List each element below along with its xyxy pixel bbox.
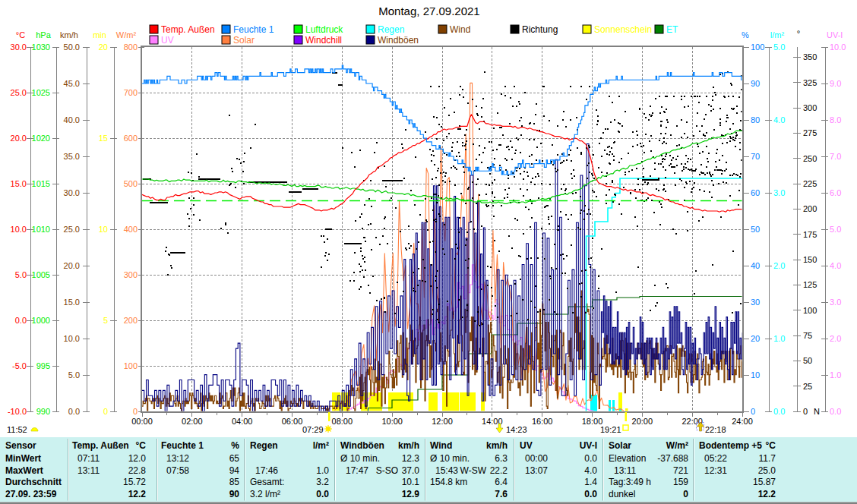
svg-text:1005: 1005 — [32, 270, 50, 279]
svg-text:15: 15 — [99, 134, 108, 143]
svg-text:50.0: 50.0 — [64, 43, 80, 52]
svg-text:Temp. Außen: Temp. Außen — [72, 440, 129, 451]
svg-text:10: 10 — [751, 370, 760, 380]
svg-text:06:00: 06:00 — [282, 417, 303, 426]
svg-text:25.0: 25.0 — [11, 88, 27, 97]
svg-text:2.0: 2.0 — [773, 261, 785, 270]
svg-text:154.8 km: 154.8 km — [430, 477, 467, 487]
svg-text:25.0: 25.0 — [758, 465, 776, 476]
svg-text:400: 400 — [124, 225, 138, 234]
svg-text:14:23: 14:23 — [506, 425, 527, 434]
svg-text:159: 159 — [673, 477, 688, 487]
svg-text:350: 350 — [803, 52, 817, 61]
svg-text:75: 75 — [803, 331, 812, 340]
svg-text:0.0: 0.0 — [584, 489, 597, 499]
svg-text:0: 0 — [133, 407, 138, 416]
svg-text:0.0: 0.0 — [68, 407, 80, 416]
svg-text:275: 275 — [803, 128, 817, 137]
svg-text:150: 150 — [803, 255, 817, 264]
svg-text:6.0: 6.0 — [830, 188, 841, 197]
svg-text:20: 20 — [99, 43, 108, 52]
svg-text:UV: UV — [161, 35, 174, 46]
svg-text:Temp. Außen: Temp. Außen — [161, 24, 215, 35]
svg-text:08:00: 08:00 — [332, 417, 353, 426]
svg-text:175: 175 — [803, 230, 817, 239]
svg-text:10.1: 10.1 — [402, 477, 420, 487]
svg-text:1000: 1000 — [32, 316, 50, 325]
svg-text:60: 60 — [751, 188, 760, 197]
svg-text:km/h: km/h — [60, 30, 78, 39]
svg-text:10.0: 10.0 — [64, 334, 80, 343]
svg-text:km/h: km/h — [398, 440, 419, 451]
svg-text:dunkel: dunkel — [609, 489, 635, 499]
svg-text:24:00: 24:00 — [732, 417, 753, 426]
svg-text:22.8: 22.8 — [128, 465, 147, 476]
svg-text:700: 700 — [124, 88, 138, 97]
svg-text:30.0: 30.0 — [11, 43, 27, 52]
svg-text:12:00: 12:00 — [432, 417, 453, 426]
svg-text:1.4: 1.4 — [584, 477, 597, 487]
svg-text:Windchill: Windchill — [305, 35, 342, 46]
svg-text:300: 300 — [803, 103, 817, 112]
svg-text:15.72: 15.72 — [123, 477, 146, 487]
svg-text:Solar: Solar — [233, 35, 255, 46]
svg-text:200: 200 — [124, 316, 138, 325]
svg-text:50: 50 — [803, 356, 812, 365]
svg-text:W/m²: W/m² — [666, 440, 688, 451]
svg-text:35.0: 35.0 — [64, 152, 80, 161]
svg-text:°C: °C — [766, 440, 776, 451]
svg-text:Richtung: Richtung — [522, 24, 558, 35]
svg-text:500: 500 — [124, 179, 138, 188]
svg-text:-10.0: -10.0 — [8, 407, 27, 416]
svg-text:S-SO: S-SO — [376, 465, 398, 476]
svg-text:02:00: 02:00 — [182, 417, 203, 426]
svg-text:1020: 1020 — [32, 134, 50, 143]
svg-text:%: % — [742, 30, 749, 39]
svg-text:20: 20 — [751, 334, 760, 343]
svg-text:Montag, 27.09.2021: Montag, 27.09.2021 — [378, 5, 479, 17]
svg-text:l/m²: l/m² — [313, 440, 329, 451]
svg-text:600: 600 — [124, 134, 138, 143]
svg-text:25: 25 — [803, 382, 812, 391]
svg-text:90: 90 — [229, 489, 240, 499]
svg-text:5.0: 5.0 — [68, 370, 80, 380]
svg-text:11:52: 11:52 — [7, 425, 27, 434]
svg-text:05:22: 05:22 — [704, 453, 727, 464]
svg-text:1015: 1015 — [32, 179, 50, 188]
svg-text:4.0: 4.0 — [773, 115, 785, 124]
svg-text:5.0: 5.0 — [773, 43, 785, 52]
svg-text:0: 0 — [103, 407, 108, 416]
svg-text:07:29: 07:29 — [302, 425, 324, 434]
svg-text:%: % — [231, 440, 239, 451]
svg-text:07:11: 07:11 — [77, 453, 100, 464]
svg-text:5.0: 5.0 — [15, 270, 27, 279]
svg-text:3.0: 3.0 — [830, 298, 841, 307]
svg-text:250: 250 — [803, 154, 817, 163]
svg-text:10.0: 10.0 — [830, 43, 846, 52]
svg-text:Ø 10 min.: Ø 10 min. — [430, 453, 470, 464]
svg-text:UV-I: UV-I — [827, 30, 843, 39]
svg-text:00:00: 00:00 — [525, 453, 548, 464]
svg-text:40: 40 — [751, 261, 760, 270]
svg-text:7.6: 7.6 — [495, 489, 508, 499]
svg-text:0.0: 0.0 — [773, 407, 785, 416]
svg-text:N: N — [814, 407, 820, 416]
svg-text:°C: °C — [16, 30, 25, 39]
svg-text:UV-I: UV-I — [580, 440, 597, 451]
svg-text:07:58: 07:58 — [166, 465, 189, 476]
svg-text:17:46: 17:46 — [255, 465, 278, 476]
svg-text:0: 0 — [751, 407, 755, 416]
svg-text:20.0: 20.0 — [11, 134, 27, 143]
svg-text:9.0: 9.0 — [830, 79, 841, 88]
svg-text:30.0: 30.0 — [64, 188, 80, 197]
svg-text:0.0: 0.0 — [584, 453, 597, 464]
svg-text:50: 50 — [751, 225, 760, 234]
svg-text:70: 70 — [751, 152, 760, 161]
svg-text:Ø 10 min.: Ø 10 min. — [340, 453, 380, 464]
svg-text:Luftdruck: Luftdruck — [305, 24, 343, 35]
svg-text:20.0: 20.0 — [64, 261, 80, 270]
svg-text:°C: °C — [136, 440, 147, 451]
svg-text:Windböen: Windböen — [340, 440, 384, 451]
svg-text:19:21: 19:21 — [600, 425, 621, 434]
svg-text:17:47: 17:47 — [346, 465, 368, 476]
